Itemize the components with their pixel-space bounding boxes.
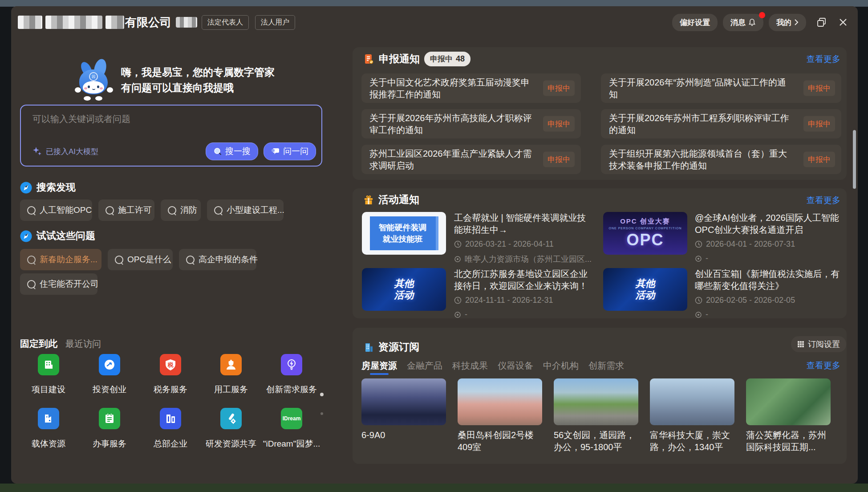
tab-innovation-demand[interactable]: 创新需求 bbox=[588, 360, 624, 372]
declaring-tag: 申报中 bbox=[803, 81, 835, 96]
app-label[interactable]: 办事服务 bbox=[76, 438, 143, 450]
activity-header: 活动通知 bbox=[363, 193, 419, 207]
pin-here-label[interactable]: 固定到此 bbox=[20, 337, 57, 350]
preferences-button[interactable]: 偏好设置 bbox=[672, 14, 718, 31]
property-caption[interactable]: 蒲公英孵化器，苏州国际科技园五期... bbox=[746, 429, 831, 453]
messages-button[interactable]: 消息 bbox=[723, 14, 763, 31]
activity-title[interactable]: @全球AI创业者，2026国际人工智能OPC创业大赛报名通道开启 bbox=[695, 212, 842, 236]
building-construction-icon bbox=[42, 358, 55, 371]
invest-startup-icon bbox=[103, 358, 116, 371]
recent-visits-label[interactable]: 最近访问 bbox=[65, 338, 101, 350]
active-tab-underline bbox=[370, 373, 389, 375]
app-project-construction[interactable] bbox=[38, 354, 59, 375]
activity-date: 2026-04-01 - 2026-07-31 bbox=[695, 240, 795, 249]
question-chip-active[interactable]: 新春助企服务... bbox=[20, 249, 101, 270]
app-label[interactable]: 用工服务 bbox=[198, 384, 264, 395]
assistant-greeting-line2: 有问题可以直接向我提哦 bbox=[121, 81, 234, 95]
app-carrier-resources[interactable] bbox=[38, 408, 59, 429]
activity-image-other[interactable]: 其他 活动 bbox=[362, 268, 446, 311]
company-name-redacted bbox=[105, 16, 124, 29]
restore-window-button[interactable] bbox=[816, 16, 827, 28]
question-chip[interactable]: 高企申报的条件 bbox=[179, 249, 256, 270]
search-input[interactable] bbox=[32, 114, 300, 125]
property-caption[interactable]: 6-9A0 bbox=[361, 429, 447, 441]
activity-location: - bbox=[454, 310, 467, 319]
search-icon bbox=[27, 206, 36, 215]
clock-icon bbox=[454, 240, 462, 248]
app-label[interactable]: 项目建设 bbox=[15, 384, 82, 395]
app-label[interactable]: 税务服务 bbox=[137, 384, 204, 395]
page: 有限公司 法定代表人 法人用户 偏好设置 消息 我的 bbox=[0, 0, 868, 492]
activity-image-skill-class[interactable]: 智能硬件装调 就业技能班 bbox=[362, 212, 446, 255]
tab-tech-achievements[interactable]: 科技成果 bbox=[452, 360, 488, 372]
ask-button[interactable]: 问一问 bbox=[264, 142, 316, 160]
app-tax-service[interactable]: 税 bbox=[160, 354, 181, 375]
app-rd-resource-sharing[interactable] bbox=[220, 408, 242, 429]
app-idream[interactable]: IDream bbox=[281, 408, 302, 429]
declaring-tag: 申报中 bbox=[803, 116, 835, 132]
clipboard-icon bbox=[103, 412, 116, 425]
notice-card[interactable]: 苏州工业园区2026年重点产业紧缺人才需求调研启动 申报中 bbox=[361, 145, 581, 174]
app-label[interactable]: 研发资源共享 bbox=[198, 438, 264, 450]
clock-icon bbox=[695, 240, 702, 248]
carousel-dot[interactable] bbox=[320, 412, 323, 415]
activity-image-opc-competition[interactable]: OPC 创业大赛 ONE PERSON COMPANY COMPETITION … bbox=[603, 212, 687, 255]
app-label[interactable]: 总部企业 bbox=[137, 438, 204, 450]
property-photo[interactable] bbox=[650, 378, 734, 425]
app-label[interactable]: 创新需求服务 bbox=[258, 384, 325, 395]
resource-more-link[interactable]: 查看更多 bbox=[807, 360, 840, 371]
notice-card[interactable]: 关于中国文化艺术政府奖第五届动漫奖申报推荐工作的通知 申报中 bbox=[361, 73, 581, 103]
search-icon bbox=[105, 206, 114, 215]
notice-card[interactable]: 关于开展2026年苏州市工程系列职称评审工作的通知 申报中 bbox=[601, 109, 841, 138]
property-caption[interactable]: 富华科技大厦，崇文路，办公，1340平 bbox=[650, 429, 735, 453]
property-photo[interactable] bbox=[554, 378, 638, 425]
discovery-chip[interactable]: 消防 bbox=[161, 199, 201, 221]
carousel-dot-active[interactable] bbox=[320, 393, 324, 396]
close-icon bbox=[839, 18, 848, 27]
activity-more-link[interactable]: 查看更多 bbox=[807, 195, 840, 206]
subscription-settings-button[interactable]: 订阅设置 bbox=[791, 336, 846, 352]
activity-title[interactable]: 创业百宝箱|《新增值税法实施后，有哪些新变化值得关注》 bbox=[695, 268, 842, 292]
discovery-chip[interactable]: 小型建设工程... bbox=[207, 199, 284, 221]
activity-title[interactable]: 工会帮就业 | 智能硬件装调就业技能班招生中→ bbox=[454, 212, 593, 236]
notice-card[interactable]: 关于组织开展第六批能源领域首台（套）重大技术装备申报工作的通知 申报中 bbox=[601, 145, 841, 174]
discovery-chip[interactable]: 施工许可 bbox=[98, 199, 154, 221]
tab-intermediaries[interactable]: 中介机构 bbox=[543, 360, 579, 372]
declaring-count-badge[interactable]: 申报中48 bbox=[424, 52, 471, 66]
tax-shield-icon: 税 bbox=[164, 358, 177, 371]
property-photo[interactable] bbox=[746, 378, 831, 425]
property-caption[interactable]: 56文创园，通园路，办公，95-1800平 bbox=[554, 429, 639, 453]
app-employment-service[interactable] bbox=[220, 354, 242, 375]
app-label[interactable]: 载体资源 bbox=[15, 438, 82, 450]
app-label[interactable]: "iDream"园梦... bbox=[258, 438, 325, 450]
resource-building-icon bbox=[363, 342, 374, 353]
notice-card[interactable]: 关于开展2026年“苏州制造”品牌认证工作的通知 申报中 bbox=[601, 73, 841, 103]
property-caption[interactable]: 桑田岛科创园2号楼409室 bbox=[458, 429, 543, 453]
my-account-button[interactable]: 我的 bbox=[769, 14, 806, 31]
declaring-tag: 申报中 bbox=[543, 81, 575, 96]
property-photo[interactable] bbox=[361, 378, 446, 425]
question-chip[interactable]: OPC是什么 bbox=[108, 249, 173, 270]
question-chip[interactable]: 住宅能否开公司 bbox=[20, 273, 97, 295]
app-headquarters[interactable] bbox=[160, 408, 181, 429]
svg-text:税: 税 bbox=[167, 362, 174, 368]
app-affairs-service[interactable] bbox=[99, 408, 120, 429]
tab-housing-resources[interactable]: 房屋资源 bbox=[361, 360, 397, 372]
app-invest-startup[interactable] bbox=[99, 354, 120, 375]
activity-location: - bbox=[695, 310, 708, 319]
declare-more-link[interactable]: 查看更多 bbox=[807, 53, 840, 65]
discovery-chip[interactable]: 人工智能OPC bbox=[20, 199, 92, 221]
chevron-right-icon bbox=[794, 19, 799, 26]
app-label[interactable]: 投资创业 bbox=[76, 384, 143, 395]
search-button[interactable]: 搜一搜 bbox=[206, 142, 258, 160]
close-window-button[interactable] bbox=[837, 16, 849, 28]
property-photo[interactable] bbox=[458, 378, 542, 425]
tab-instruments[interactable]: 仪器设备 bbox=[498, 360, 533, 372]
activity-title[interactable]: 北交所江苏服务基地设立园区企业接待日，欢迎园区企业来访来询！ bbox=[454, 268, 593, 292]
activity-image-other[interactable]: 其他 活动 bbox=[603, 268, 687, 311]
scrollbar-thumb[interactable] bbox=[853, 130, 856, 189]
notice-card[interactable]: 关于开展2026年苏州市高技能人才职称评审工作的通知 申报中 bbox=[361, 109, 581, 138]
tab-financial-products[interactable]: 金融产品 bbox=[407, 360, 442, 372]
assistant-search-box: 已接入AI大模型 搜一搜 问一问 bbox=[20, 105, 322, 167]
app-innovation-demand[interactable] bbox=[281, 354, 302, 375]
